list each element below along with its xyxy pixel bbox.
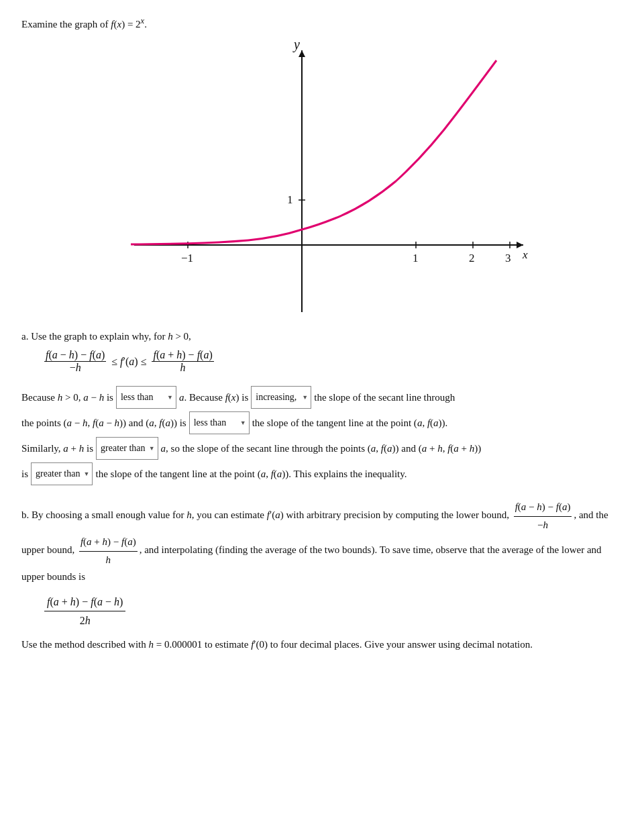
average-formula: f(a + h) − f(a − h) 2h <box>43 593 623 630</box>
y-axis-label: y <box>292 37 300 52</box>
row2-suffix: the slope of the tangent line at the poi… <box>252 413 448 433</box>
tick-y1: 1 <box>287 193 293 206</box>
dropdown-less-than-2[interactable]: less than <box>189 411 250 434</box>
x-axis-label: x <box>522 248 528 261</box>
lower-bound-fraction: f(a − h) − f(a) −h <box>514 499 572 534</box>
explanation-row-4: is greater than the slope of the tangent… <box>21 462 623 485</box>
upper-bound-fraction: f(a + h) − f(a) h <box>79 534 138 569</box>
dropdown-less-than-1[interactable]: less than <box>116 386 176 409</box>
tick-neg1: −1 <box>181 252 193 264</box>
average-fraction: f(a + h) − f(a − h) 2h <box>44 593 125 630</box>
explanation-row-1: Because h > 0, a − h is less than a. Bec… <box>21 386 623 409</box>
row4-prefix: is <box>21 464 28 484</box>
part-b-text2: Use the method described with h = 0.0000… <box>21 636 623 654</box>
explanation-row-2: the points (a − h, f(a − h)) and (a, f(a… <box>21 411 623 434</box>
tick-3: 3 <box>505 252 511 264</box>
svg-marker-1 <box>517 242 523 248</box>
row3-prefix: Similarly, a + h is <box>21 438 93 458</box>
part-a-label: a. Use the graph to explain why, for h >… <box>21 331 623 342</box>
row1-middle: a. Because f(x) is <box>179 387 248 407</box>
tick-1: 1 <box>413 252 419 264</box>
problem-header: Examine the graph of f(x) = 2x. <box>21 16 623 30</box>
row1-suffix: the slope of the secant line through <box>314 387 455 407</box>
function-graph: x y −1 1 2 3 1 <box>114 37 530 319</box>
part-b-text1: b. By choosing a small enough value for … <box>21 499 623 586</box>
explanation-row-3: Similarly, a + h is greater than a, so t… <box>21 437 623 460</box>
fraction-right: f(a + h) − f(a) h <box>152 349 213 374</box>
dropdown-greater-than-2[interactable]: greater than <box>31 462 93 485</box>
part-b-section: b. By choosing a small enough value for … <box>21 499 623 653</box>
graph-container: x y −1 1 2 3 1 <box>21 37 623 319</box>
row3-suffix: a, so the slope of the secant line throu… <box>161 438 482 458</box>
row1-prefix: Because h > 0, a − h is <box>21 387 113 407</box>
explanation-block: Because h > 0, a − h is less than a. Bec… <box>21 386 623 485</box>
row2-prefix: the points (a − h, f(a − h)) and (a, f(a… <box>21 413 186 433</box>
dropdown-increasing[interactable]: increasing, <box>251 386 311 409</box>
dropdown-greater-than-1[interactable]: greater than <box>96 437 158 460</box>
fraction-left: f(a − h) − f(a) −h <box>44 349 106 374</box>
tick-2: 2 <box>469 252 475 264</box>
row4-suffix: the slope of the tangent line at the poi… <box>95 464 407 484</box>
inequality-display: f(a − h) − f(a) −h ≤ f′(a) ≤ f(a + h) − … <box>43 349 623 374</box>
leq-left: ≤ f′(a) ≤ <box>111 356 146 368</box>
